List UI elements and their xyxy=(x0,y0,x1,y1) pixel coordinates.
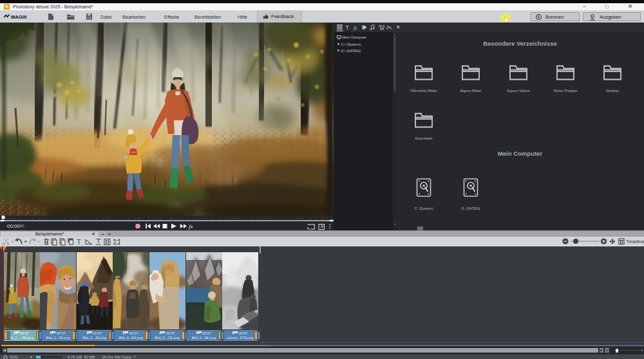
svg-text:T: T xyxy=(77,238,81,246)
svg-text:T: T xyxy=(346,24,350,31)
svg-text:Timeline: Timeline xyxy=(626,239,644,244)
svg-text:MAGIX: MAGIX xyxy=(11,14,27,20)
svg-text:fx: fx xyxy=(189,223,193,230)
svg-text:fx: fx xyxy=(354,25,357,31)
